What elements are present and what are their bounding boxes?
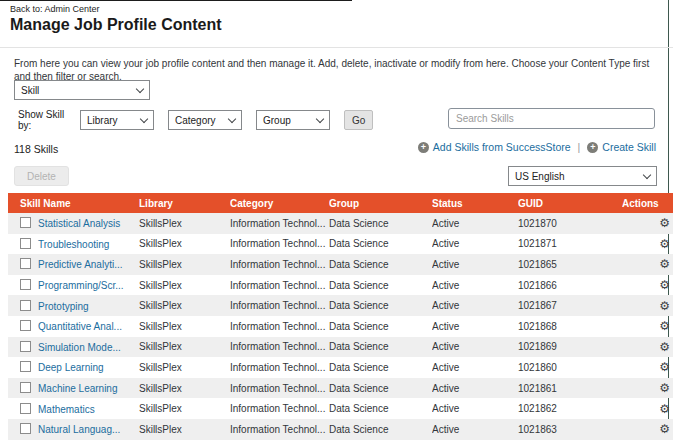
row-actions-gear-icon[interactable]: ⚙	[659, 422, 670, 436]
content-type-select[interactable]: Skill	[14, 80, 150, 100]
skill-name-link[interactable]: Machine Learning	[38, 383, 118, 394]
column-header-skill-name: Skill Name	[8, 193, 139, 213]
cell-category: Information Technol...	[230, 254, 329, 275]
cell-category: Information Technol...	[230, 357, 329, 378]
row-actions-gear-icon[interactable]: ⚙	[659, 402, 670, 416]
cell-library: SkillsPlex	[139, 378, 230, 399]
table-body: Statistical AnalysisSkillsPlexInformatio…	[8, 213, 673, 440]
row-checkbox[interactable]	[20, 217, 31, 228]
table-row: Simulation Mode...SkillsPlexInformation …	[8, 337, 673, 358]
row-actions-gear-icon[interactable]: ⚙	[659, 299, 670, 313]
cell-category: Information Technol...	[230, 275, 329, 296]
row-actions-gear-icon[interactable]: ⚙	[659, 257, 670, 271]
cell-group: Data Science	[329, 337, 432, 358]
row-checkbox[interactable]	[20, 279, 31, 290]
cell-category: Information Technol...	[230, 316, 329, 337]
skill-name-link[interactable]: Mathematics	[38, 404, 95, 415]
cell-status: Active	[432, 378, 518, 399]
cell-actions: ⚙	[622, 295, 673, 316]
cell-category: Information Technol...	[230, 419, 329, 440]
cell-status: Active	[432, 337, 518, 358]
skill-name-link[interactable]: Natural Languag...	[38, 424, 120, 435]
group-filter-select[interactable]: Group	[256, 110, 330, 130]
skill-name-link[interactable]: Prototyping	[38, 301, 89, 312]
cell-category: Information Technol...	[230, 398, 329, 419]
cell-category: Information Technol...	[230, 213, 329, 234]
cell-guid: 1021860	[518, 357, 622, 378]
library-selected-value: Library	[87, 115, 118, 126]
row-actions-gear-icon[interactable]: ⚙	[659, 237, 670, 251]
search-skills-input[interactable]	[448, 108, 655, 129]
table-header: Skill Name Library Category Group Status…	[8, 193, 673, 213]
cell-group: Data Science	[329, 419, 432, 440]
skill-name-link[interactable]: Statistical Analysis	[38, 218, 120, 229]
skill-name-link[interactable]: Simulation Mode...	[38, 342, 121, 353]
cell-skill-name: Simulation Mode...	[8, 337, 139, 358]
column-header-group: Group	[329, 193, 432, 213]
cell-group: Data Science	[329, 398, 432, 419]
row-actions-gear-icon[interactable]: ⚙	[659, 360, 670, 374]
skills-count: 118 Skills	[14, 143, 58, 155]
row-checkbox[interactable]	[20, 258, 31, 269]
row-actions-gear-icon[interactable]: ⚙	[659, 319, 670, 333]
cell-library: SkillsPlex	[139, 213, 230, 234]
go-button[interactable]: Go	[344, 110, 373, 130]
category-filter-select[interactable]: Category	[168, 110, 242, 130]
row-checkbox[interactable]	[20, 403, 31, 414]
delete-button[interactable]: Delete	[14, 166, 69, 186]
page-title: Manage Job Profile Content	[10, 16, 222, 34]
cell-category: Information Technol...	[230, 295, 329, 316]
cell-library: SkillsPlex	[139, 254, 230, 275]
cell-group: Data Science	[329, 234, 432, 255]
language-select[interactable]: US English	[508, 166, 657, 186]
row-checkbox[interactable]	[20, 320, 31, 331]
cell-actions: ⚙	[622, 213, 673, 234]
cell-guid: 1021863	[518, 419, 622, 440]
skill-name-link[interactable]: Troubleshooting	[38, 239, 109, 250]
cell-skill-name: Programming/Scr...	[8, 275, 139, 296]
cell-status: Active	[432, 357, 518, 378]
table-row: Deep LearningSkillsPlexInformation Techn…	[8, 357, 673, 378]
cell-group: Data Science	[329, 357, 432, 378]
cell-status: Active	[432, 234, 518, 255]
row-actions-gear-icon[interactable]: ⚙	[659, 278, 670, 292]
create-skill-link[interactable]: Create Skill	[602, 141, 656, 153]
skill-name-link[interactable]: Predictive Analyti...	[38, 259, 122, 270]
library-filter-select[interactable]: Library	[80, 110, 154, 130]
back-to-admin-center-link[interactable]: Back to: Admin Center	[10, 4, 100, 14]
row-checkbox[interactable]	[20, 300, 31, 311]
row-checkbox[interactable]	[20, 238, 31, 249]
table-row: Machine LearningSkillsPlexInformation Te…	[8, 378, 673, 399]
cell-group: Data Science	[329, 254, 432, 275]
cell-guid: 1021868	[518, 316, 622, 337]
cell-library: SkillsPlex	[139, 337, 230, 358]
content-type-selected-value: Skill	[21, 85, 39, 96]
cell-status: Active	[432, 419, 518, 440]
cell-actions: ⚙	[622, 419, 673, 440]
table-row: Quantitative Anal...SkillsPlexInformatio…	[8, 316, 673, 337]
category-selected-value: Category	[175, 115, 216, 126]
row-actions-gear-icon[interactable]: ⚙	[659, 381, 670, 395]
row-actions-gear-icon[interactable]: ⚙	[659, 216, 670, 230]
row-checkbox[interactable]	[20, 382, 31, 393]
row-checkbox[interactable]	[20, 423, 31, 434]
cell-skill-name: Statistical Analysis	[8, 213, 139, 234]
cell-library: SkillsPlex	[139, 357, 230, 378]
column-header-status: Status	[432, 193, 518, 213]
add-skills-from-successstore-link[interactable]: Add Skills from SuccessStore	[433, 141, 571, 153]
row-checkbox[interactable]	[20, 361, 31, 372]
skill-name-link[interactable]: Deep Learning	[38, 362, 104, 373]
cell-skill-name: Troubleshooting	[8, 234, 139, 255]
cell-library: SkillsPlex	[139, 398, 230, 419]
table-row: Predictive Analyti...SkillsPlexInformati…	[8, 254, 673, 275]
links-separator: |	[578, 141, 581, 153]
row-checkbox[interactable]	[20, 341, 31, 352]
skill-name-link[interactable]: Programming/Scr...	[38, 280, 124, 291]
cell-guid: 1021869	[518, 337, 622, 358]
row-actions-gear-icon[interactable]: ⚙	[659, 340, 670, 354]
cell-library: SkillsPlex	[139, 419, 230, 440]
table-row: TroubleshootingSkillsPlexInformation Tec…	[8, 234, 673, 255]
cell-actions: ⚙	[622, 316, 673, 337]
skill-name-link[interactable]: Quantitative Anal...	[38, 321, 122, 332]
language-selected-value: US English	[515, 171, 564, 182]
